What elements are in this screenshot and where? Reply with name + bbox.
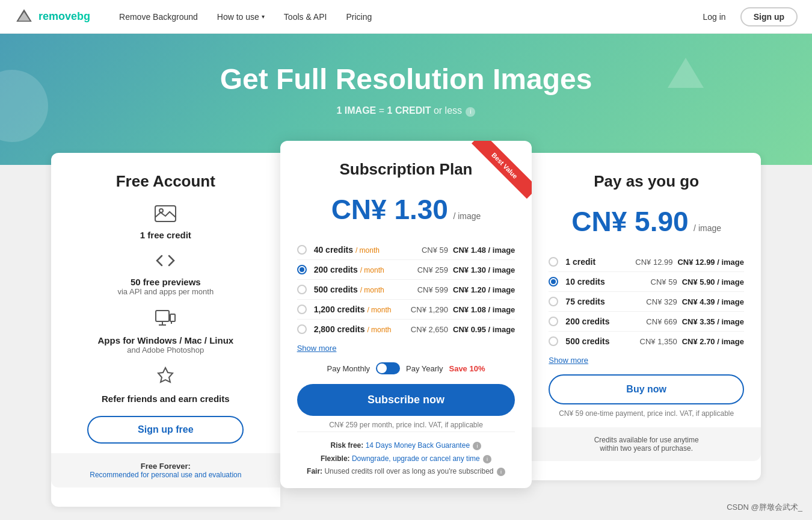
- flexible-info-icon[interactable]: i: [483, 455, 491, 463]
- payg-total-75: CN¥ 329: [646, 297, 677, 306]
- payg-card-footer: Credits available for use anytime within…: [532, 427, 761, 461]
- pricing-section: Free Account 1 free credit: [0, 141, 812, 520]
- chevron-down-icon: ▾: [262, 13, 265, 20]
- toggle-monthly-label: Pay Monthly: [327, 364, 371, 373]
- subscription-price: CN¥ 1.30: [331, 194, 448, 225]
- payg-label-200: 200 credits: [565, 317, 641, 326]
- payg-per-10: CN¥ 5.90 / image: [682, 277, 744, 286]
- sub-total-40: CN¥ 59: [422, 246, 448, 255]
- sub-per-2800: CN¥ 0.95 / image: [453, 325, 515, 334]
- save-badge: Save 10%: [449, 364, 485, 373]
- sub-total-2800: CN¥ 2,650: [411, 325, 448, 334]
- nav-how-to-use[interactable]: How to use ▾: [208, 0, 274, 34]
- payg-total-200: CN¥ 669: [646, 317, 677, 326]
- nav-pricing[interactable]: Pricing: [336, 0, 381, 34]
- payment-toggle[interactable]: [376, 362, 400, 374]
- payg-show-more[interactable]: Show more: [549, 356, 588, 365]
- subscription-notes: Risk free: 14 Days Money Back Guarantee …: [297, 432, 515, 488]
- feature-apps: Apps for Windows / Mac / Linux and Adobe…: [68, 308, 263, 354]
- best-value-ribbon-wrapper: Best Value: [472, 141, 532, 201]
- code-icon: [68, 252, 263, 273]
- sub-label-2800: 2,800 credits / month: [314, 324, 406, 334]
- watermark: CSDN @胖墩会武术_: [727, 502, 802, 513]
- payg-total-500: CN¥ 1,350: [640, 337, 677, 346]
- payg-radio-500: [549, 336, 558, 346]
- payg-label-10: 10 credits: [565, 277, 645, 286]
- payg-label-1: 1 credit: [565, 257, 630, 267]
- feature-refer-title: Refer friends and earn credits: [68, 394, 263, 404]
- sub-radio-2800: [297, 324, 307, 334]
- svg-rect-7: [170, 314, 175, 321]
- feature-apps-subtitle: and Adobe Photoshop: [68, 345, 263, 354]
- logo-icon: [14, 7, 34, 26]
- feature-previews-title: 50 free previews: [68, 277, 263, 287]
- sub-option-500[interactable]: 500 credits / month CN¥ 599 CN¥ 1.20 / i…: [297, 280, 515, 300]
- sub-note-flexible: Flexible: Downgrade, upgrade or cancel a…: [297, 453, 515, 466]
- payg-option-75[interactable]: 75 credits CN¥ 329 CN¥ 4.39 / image: [549, 292, 744, 312]
- payg-card-title: Pay as you go: [549, 172, 744, 191]
- best-value-ribbon: Best Value: [472, 141, 532, 199]
- sub-label-40: 40 credits / month: [314, 245, 417, 255]
- subscription-options: 40 credits / month CN¥ 59 CN¥ 1.48 / ima…: [297, 240, 515, 339]
- subscription-price-note: CN¥ 259 per month, price incl. VAT, if a…: [297, 421, 515, 429]
- fair-info-icon[interactable]: i: [497, 468, 505, 476]
- login-button[interactable]: Log in: [696, 7, 733, 26]
- feature-refer: Refer friends and earn credits: [68, 367, 263, 404]
- free-card: Free Account 1 free credit: [51, 153, 280, 507]
- sub-note-risk: Risk free: 14 Days Money Back Guarantee …: [297, 439, 515, 453]
- buy-now-button[interactable]: Buy now: [549, 374, 744, 404]
- payg-option-1[interactable]: 1 credit CN¥ 12.99 CN¥ 12.99 / image: [549, 252, 744, 272]
- subscribe-now-button[interactable]: Subscribe now: [297, 384, 515, 416]
- sub-option-200[interactable]: 200 credits / month CN¥ 259 CN¥ 1.30 / i…: [297, 260, 515, 280]
- hero-subtitle: 1 IMAGE = 1 CREDIT or less i: [12, 105, 800, 117]
- payg-price-display: CN¥ 5.90 / image: [549, 205, 744, 238]
- feature-free-credit: 1 free credit: [68, 205, 263, 240]
- subscription-price-unit: / image: [453, 211, 481, 221]
- svg-marker-9: [158, 368, 173, 382]
- nav-tools-api[interactable]: Tools & API: [274, 0, 337, 34]
- nav-remove-background[interactable]: Remove Background: [109, 0, 208, 34]
- sub-label-500: 500 credits / month: [314, 285, 413, 294]
- sub-per-40: CN¥ 1.48 / image: [453, 246, 515, 255]
- payment-toggle-row: Pay Monthly Pay Yearly Save 10%: [297, 362, 515, 374]
- signup-free-button[interactable]: Sign up free: [87, 416, 244, 444]
- subscription-show-more[interactable]: Show more: [297, 344, 337, 353]
- sub-total-1200: CN¥ 1,290: [411, 305, 448, 314]
- sub-option-40[interactable]: 40 credits / month CN¥ 59 CN¥ 1.48 / ima…: [297, 240, 515, 260]
- payg-card: Pay as you go CN¥ 5.90 / image 1 credit …: [532, 153, 761, 480]
- payg-per-1: CN¥ 12.99 / image: [677, 258, 744, 267]
- free-card-footer: Free Forever: Recommended for personal u…: [51, 453, 280, 488]
- logo[interactable]: removebg: [14, 7, 90, 26]
- sub-per-500: CN¥ 1.20 / image: [453, 285, 515, 294]
- sub-per-200: CN¥ 1.30 / image: [453, 265, 515, 274]
- logo-text: removebg: [38, 10, 90, 23]
- payg-radio-1: [549, 257, 558, 267]
- signup-button[interactable]: Sign up: [740, 7, 798, 26]
- refer-icon: [68, 367, 263, 390]
- free-card-title: Free Account: [68, 172, 263, 191]
- payg-option-500[interactable]: 500 credits CN¥ 1,350 CN¥ 2.70 / image: [549, 332, 744, 351]
- payg-option-200[interactable]: 200 credits CN¥ 669 CN¥ 3.35 / image: [549, 312, 744, 332]
- image-icon: [68, 205, 263, 226]
- sub-label-200: 200 credits / month: [314, 265, 413, 274]
- risk-info-icon[interactable]: i: [473, 442, 481, 450]
- payg-per-500: CN¥ 2.70 / image: [682, 337, 744, 346]
- payg-options: 1 credit CN¥ 12.99 CN¥ 12.99 / image 10 …: [549, 252, 744, 351]
- payg-total-10: CN¥ 59: [651, 277, 677, 286]
- payg-footer-text2: within two years of purchase.: [544, 444, 749, 453]
- payg-label-75: 75 credits: [565, 297, 641, 306]
- sub-radio-200: [297, 265, 307, 274]
- payg-radio-200: [549, 317, 558, 326]
- payg-option-10[interactable]: 10 credits CN¥ 59 CN¥ 5.90 / image: [549, 272, 744, 292]
- subscription-card: Best Value Subscription Plan CN¥ 1.30 / …: [280, 141, 532, 488]
- sub-option-2800[interactable]: 2,800 credits / month CN¥ 2,650 CN¥ 0.95…: [297, 320, 515, 339]
- sub-option-1200[interactable]: 1,200 credits / month CN¥ 1,290 CN¥ 1.08…: [297, 300, 515, 320]
- sub-radio-40: [297, 245, 307, 255]
- payg-label-500: 500 credits: [565, 336, 635, 346]
- payg-price-unit: / image: [694, 223, 721, 233]
- payg-total-1: CN¥ 12.99: [635, 258, 672, 267]
- free-footer-title: Free Forever:: [63, 462, 268, 471]
- nav-links: Remove Background How to use ▾ Tools & A…: [109, 0, 695, 34]
- payg-footer-text1: Credits available for use anytime: [544, 436, 749, 444]
- hero-info-icon[interactable]: i: [466, 107, 475, 117]
